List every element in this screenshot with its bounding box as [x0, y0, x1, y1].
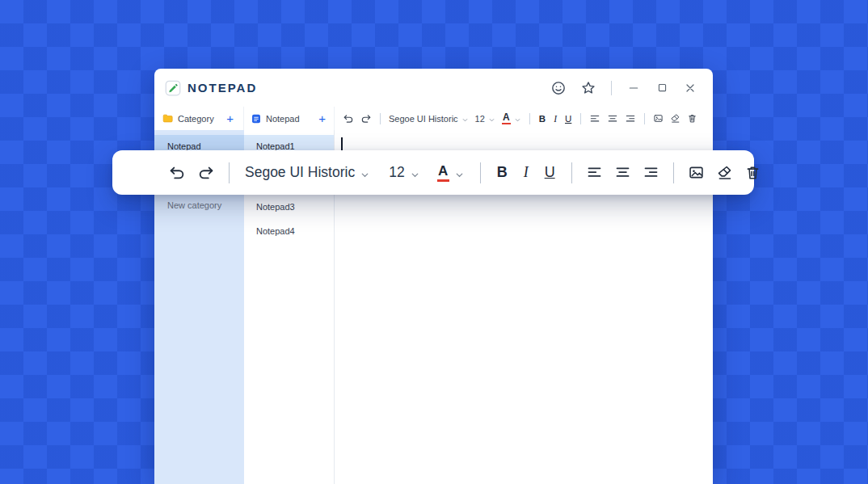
- chevron-down-icon: [454, 170, 465, 180]
- close-button[interactable]: [682, 80, 698, 96]
- font-color-icon: A: [437, 164, 449, 182]
- clear-formatting-icon[interactable]: [716, 164, 733, 181]
- titlebar-controls: [550, 79, 698, 97]
- toolbar-divider: [571, 162, 572, 183]
- note-item-notepad4[interactable]: Notepad4: [244, 220, 334, 242]
- chevron-down-icon: [461, 116, 469, 124]
- font-size-select[interactable]: 12: [475, 114, 495, 124]
- toolbar-divider: [644, 113, 645, 124]
- toolbar: Category + Notepad +: [154, 107, 713, 130]
- toolbar-divider: [580, 113, 581, 124]
- font-size-value: 12: [389, 164, 404, 181]
- underline-button[interactable]: U: [545, 164, 555, 181]
- italic-button[interactable]: I: [524, 164, 529, 181]
- chevron-down-icon: [360, 170, 370, 180]
- notepad-window: NOTEPAD: [154, 69, 713, 484]
- undo-icon[interactable]: [343, 113, 354, 124]
- align-center-icon[interactable]: [607, 113, 618, 124]
- font-size-value: 12: [475, 114, 485, 124]
- bold-button[interactable]: B: [497, 164, 508, 181]
- notepad-icon: [251, 113, 262, 124]
- insert-image-icon[interactable]: [653, 113, 664, 124]
- align-left-icon[interactable]: [589, 113, 600, 124]
- toolbar-divider: [673, 162, 674, 183]
- new-category-button[interactable]: New category: [154, 196, 244, 215]
- italic-button[interactable]: I: [554, 114, 557, 124]
- font-size-select[interactable]: 12: [389, 164, 419, 181]
- redo-icon[interactable]: [197, 164, 215, 182]
- align-center-icon[interactable]: [614, 164, 631, 181]
- emoji-icon[interactable]: [550, 79, 567, 97]
- align-left-icon[interactable]: [586, 164, 603, 181]
- delete-icon[interactable]: [744, 164, 761, 181]
- undo-icon[interactable]: [168, 164, 186, 182]
- font-color-button[interactable]: A: [437, 164, 465, 182]
- font-family-value: Segoe UI Historic: [245, 164, 355, 181]
- folder-icon: [162, 112, 174, 124]
- toolbar-divider: [529, 113, 530, 124]
- bold-button[interactable]: B: [539, 114, 546, 124]
- chevron-down-icon: [410, 170, 420, 180]
- toolbar-divider: [380, 113, 381, 124]
- align-right-icon[interactable]: [625, 113, 636, 124]
- text-caret: [341, 137, 343, 150]
- toolbar-divider: [480, 162, 481, 183]
- chevron-down-icon: [488, 116, 495, 124]
- category-toolbar-group: Category +: [154, 107, 244, 130]
- minimize-button[interactable]: [626, 80, 642, 96]
- delete-icon[interactable]: [687, 113, 697, 124]
- app-identity: NOTEPAD: [165, 80, 257, 96]
- app-title: NOTEPAD: [188, 81, 257, 95]
- notepad-toolbar-group: Notepad +: [244, 107, 335, 130]
- underline-button[interactable]: U: [565, 114, 571, 124]
- toolbar-divider: [229, 162, 230, 183]
- titlebar: NOTEPAD: [154, 69, 713, 107]
- maximize-button[interactable]: [654, 80, 670, 96]
- notepad-label: Notepad: [266, 114, 300, 124]
- chevron-down-icon: [514, 116, 521, 124]
- app-logo-icon: [165, 80, 181, 96]
- clear-formatting-icon[interactable]: [670, 113, 680, 124]
- font-family-select[interactable]: Segoe UI Historic: [389, 114, 469, 124]
- add-notepad-button[interactable]: +: [318, 112, 326, 124]
- font-color-icon: A: [502, 112, 511, 124]
- add-category-button[interactable]: +: [226, 112, 234, 124]
- note-item-notepad3[interactable]: Notepad3: [244, 196, 334, 218]
- font-color-button[interactable]: A: [502, 112, 521, 124]
- redo-icon[interactable]: [360, 113, 372, 124]
- font-family-value: Segoe UI Historic: [389, 114, 458, 124]
- category-label: Category: [178, 114, 214, 124]
- titlebar-divider: [611, 81, 612, 95]
- insert-image-icon[interactable]: [688, 164, 705, 181]
- font-family-select[interactable]: Segoe UI Historic: [245, 164, 370, 181]
- floating-format-toolbar: Segoe UI Historic 12 A B I U: [112, 150, 754, 195]
- desktop-background: NOTEPAD: [0, 0, 868, 484]
- star-icon[interactable]: [579, 79, 597, 97]
- align-right-icon[interactable]: [643, 164, 659, 181]
